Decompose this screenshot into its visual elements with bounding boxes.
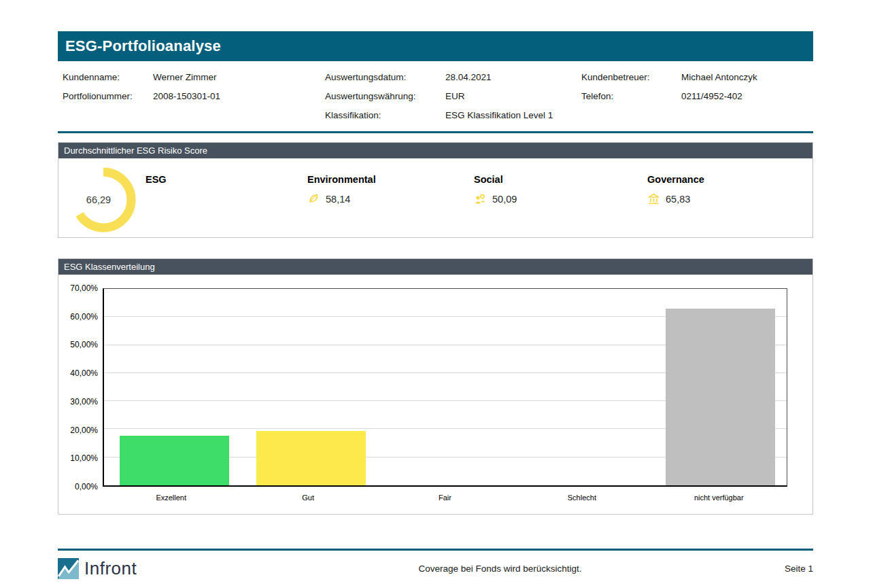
esg-total-column: ESG (146, 174, 167, 185)
page-title: ESG-Portfolioanalyse (65, 37, 221, 55)
report-page: ESG-Portfolioanalyse Kundenname: Werner … (58, 31, 813, 579)
bar-nicht-verf-gbar (666, 309, 775, 485)
esg-score-body: 66,29 ESG Environmental 58,14 (58, 158, 812, 238)
governance-value: 65,83 (666, 194, 690, 205)
y-tick-label: 40,00% (58, 368, 98, 378)
info-row: Kundenname: Werner Zimmer Auswertungsdat… (58, 67, 813, 86)
esg-class-distribution-panel: ESG Klassenverteilung 0,00%10,00%20,00%3… (58, 258, 813, 515)
info-label: Telefon: (581, 91, 681, 101)
footer-rule (58, 549, 813, 551)
footer: Infront Coverage bei Fonds wird berücksi… (58, 558, 813, 579)
bar-gut (256, 431, 366, 485)
social-column: Social 50,09 (474, 174, 517, 205)
chart-body: 0,00%10,00%20,00%30,00%40,00%50,00%60,00… (58, 275, 812, 515)
governance-label: Governance (647, 174, 704, 185)
esg-label: ESG (146, 174, 167, 185)
gauge-value: 66,29 (66, 167, 131, 232)
panel-header: Durchschnittlicher ESG Risiko Score (58, 143, 812, 158)
info-row: Klassifikation: ESG Klassifikation Level… (58, 105, 813, 124)
social-value: 50,09 (492, 194, 517, 205)
y-tick-label: 20,00% (58, 426, 98, 435)
x-tick-label: Exzellent (103, 494, 239, 502)
environmental-value: 58,14 (326, 194, 350, 205)
info-label: Auswertungsdatum: (325, 72, 445, 82)
x-tick-label: nicht verfügbar (651, 494, 787, 502)
info-label: Portfolionummer: (63, 91, 153, 101)
plot-area (103, 288, 787, 487)
esg-score-panel: Durchschnittlicher ESG Risiko Score 66,2… (58, 142, 813, 238)
report-title-bar: ESG-Portfolioanalyse (58, 31, 813, 61)
info-label: Kundenname: (63, 72, 153, 82)
info-label: Auswertungswährung: (325, 91, 445, 101)
brand: Infront (58, 558, 316, 579)
y-tick-label: 30,00% (58, 397, 98, 407)
panel-header: ESG Klassenverteilung (58, 259, 812, 275)
info-row: Portfolionummer: 2008-150301-01 Auswertu… (58, 86, 813, 105)
divider-rule (58, 131, 813, 133)
info-value: ESG Klassifikation Level 1 (445, 110, 581, 120)
x-tick-label: Fair (377, 494, 513, 502)
bar-exzellent (120, 436, 229, 485)
info-value: 28.04.2021 (445, 72, 581, 82)
info-value: 2008-150301-01 (153, 91, 325, 101)
info-value: Werner Zimmer (153, 72, 325, 82)
footer-note: Coverage bei Fonds wird berücksichtigt. (292, 564, 708, 574)
client-info: Kundenname: Werner Zimmer Auswertungsdat… (58, 67, 813, 124)
panel-header-label: ESG Klassenverteilung (64, 262, 155, 272)
x-axis-labels: ExzellentGutFairSchlechtnicht verfügbar (103, 494, 787, 502)
y-tick-label: 10,00% (58, 453, 98, 463)
y-tick-label: 60,00% (58, 312, 98, 322)
info-value: 0211/4952-402 (681, 91, 813, 101)
social-label: Social (474, 174, 517, 185)
esg-donut-gauge: 66,29 (71, 167, 136, 232)
y-tick-label: 70,00% (58, 283, 98, 293)
page-number: Seite 1 (732, 564, 813, 574)
leaf-icon (307, 192, 320, 205)
info-value: EUR (445, 91, 581, 101)
info-label: Kundenbetreuer: (581, 72, 681, 82)
infront-logo-icon (58, 558, 79, 579)
bank-icon (647, 192, 660, 205)
governance-column: Governance 65,83 (647, 174, 704, 205)
environmental-column: Environmental 58,14 (307, 174, 376, 205)
panel-header-label: Durchschnittlicher ESG Risiko Score (64, 145, 207, 156)
brand-name: Infront (84, 558, 137, 579)
x-tick-label: Gut (239, 494, 376, 502)
environmental-label: Environmental (307, 174, 376, 185)
y-tick-label: 0,00% (58, 482, 98, 491)
y-tick-label: 50,00% (58, 340, 98, 349)
info-label: Klassifikation: (325, 110, 445, 120)
info-value: Michael Antonczyk (681, 72, 813, 82)
people-icon (474, 192, 487, 205)
y-axis-labels: 0,00%10,00%20,00%30,00%40,00%50,00%60,00… (58, 288, 98, 487)
x-tick-label: Schlecht (513, 494, 650, 502)
